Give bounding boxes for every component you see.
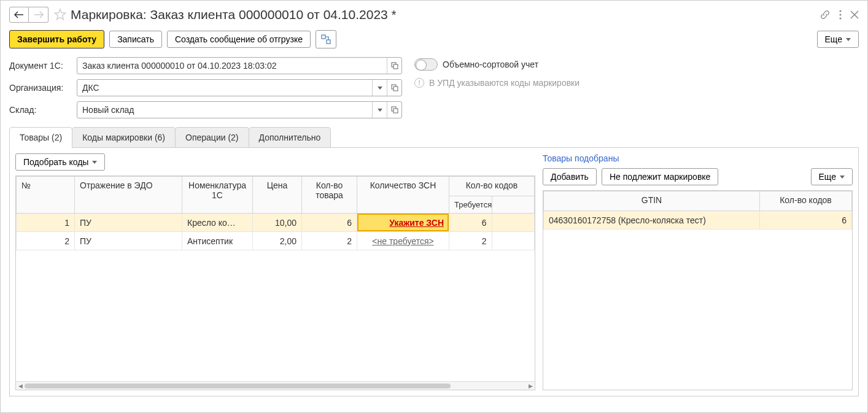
write-button[interactable]: Записать (109, 31, 162, 48)
th-gtin[interactable]: GTIN (544, 191, 760, 211)
table-row[interactable]: 2 ПУ Антисептик 2,00 2 <не требуется> 2 (17, 232, 535, 250)
kebab-menu-icon[interactable] (839, 10, 842, 20)
svg-rect-8 (393, 87, 398, 91)
org-open-icon[interactable] (387, 80, 401, 96)
th-codes[interactable]: Кол-во кодов (449, 177, 535, 196)
not-required-link[interactable]: <не требуется> (372, 236, 433, 246)
svg-rect-10 (393, 109, 398, 113)
org-value: ДКС (77, 83, 372, 93)
doc-field[interactable]: Заказ клиента 000000010 от 04.10.2023 18… (77, 57, 402, 74)
th-qty[interactable]: Кол-во товара (302, 177, 357, 214)
th-no[interactable]: № (17, 177, 75, 214)
link-icon[interactable] (820, 9, 831, 20)
cell-price: 10,00 (253, 214, 302, 232)
th-required[interactable]: Требуется (449, 196, 492, 214)
goods-table[interactable]: № Отражение в ЭДО Номенклатура 1С Цена К… (15, 176, 535, 390)
th-last[interactable] (492, 196, 535, 214)
cell-no: 2 (17, 232, 75, 250)
svg-point-0 (840, 10, 842, 12)
doc-open-icon[interactable] (387, 58, 401, 74)
sklad-field[interactable]: Новый склад (77, 101, 402, 118)
th-qty-codes[interactable]: Кол-во кодов (760, 191, 852, 211)
cell-nom: Антисептик (182, 232, 253, 250)
toggle-label: Объемно-сортовой учет (443, 60, 538, 69)
tab-marking-codes[interactable]: Коды маркировки (6) (72, 127, 176, 147)
pick-codes-button[interactable]: Подобрать коды (15, 153, 105, 171)
scroll-right-icon[interactable]: ▶ (526, 382, 535, 390)
cell-qty: 6 (302, 214, 357, 232)
more-button-top[interactable]: Еще (817, 31, 859, 48)
svg-rect-3 (322, 35, 325, 39)
page-title: Маркировка: Заказ клиента 000000010 от 0… (71, 7, 397, 22)
info-icon: ! (414, 78, 424, 88)
th-nom[interactable]: Номенклатура 1С (182, 177, 253, 214)
cell-last (492, 214, 535, 232)
cell-edo: ПУ (75, 214, 182, 232)
nav-back-button[interactable] (9, 7, 29, 23)
org-label: Организация: (9, 83, 77, 93)
sklad-value: Новый склад (77, 105, 372, 115)
svg-rect-6 (393, 64, 398, 69)
info-text: В УПД указываются коды маркировки (429, 78, 579, 88)
cell-req: 2 (449, 232, 492, 250)
th-price[interactable]: Цена (253, 177, 302, 214)
cell-price: 2,00 (253, 232, 302, 250)
doc-label: Документ 1С: (9, 61, 77, 71)
no-marking-button[interactable]: Не подлежит маркировке (602, 168, 719, 185)
cell-edo: ПУ (75, 232, 182, 250)
table-row[interactable]: 1 ПУ Кресло ко… 10,00 6 Укажите ЗСН 6 (17, 214, 535, 232)
cell-zsn[interactable]: <не требуется> (357, 232, 449, 250)
scroll-left-icon[interactable]: ◀ (16, 382, 25, 390)
gtin-table[interactable]: GTIN Кол-во кодов 04630160172758 (Кресло… (543, 190, 853, 390)
org-field[interactable]: ДКС (77, 79, 402, 96)
sklad-label: Склад: (9, 105, 77, 115)
cell-last (492, 232, 535, 250)
more-button-top-label: Еще (825, 34, 843, 44)
favorite-star-icon[interactable] (53, 8, 67, 21)
more-button-right[interactable]: Еще (811, 168, 853, 185)
cell-no: 1 (17, 214, 75, 232)
cell-gtin: 04630160172758 (Кресло-коляска тест) (544, 211, 760, 230)
org-dropdown-icon[interactable] (372, 80, 387, 96)
table-row[interactable]: 04630160172758 (Кресло-коляска тест) 6 (544, 211, 852, 230)
th-zsn[interactable]: Количество ЗСН (357, 177, 449, 214)
cell-qty: 2 (302, 232, 357, 250)
cell-req: 6 (449, 214, 492, 232)
add-button[interactable]: Добавить (543, 168, 597, 185)
close-icon[interactable] (850, 10, 859, 19)
cell-qty-codes: 6 (760, 211, 852, 230)
create-shipment-msg-button[interactable]: Создать сообщение об отгрузке (167, 31, 311, 48)
pick-codes-label: Подобрать коды (23, 157, 88, 167)
th-edo[interactable]: Отражение в ЭДО (75, 177, 182, 214)
tab-goods[interactable]: Товары (2) (9, 127, 72, 147)
finish-work-button[interactable]: Завершить работу (9, 30, 104, 48)
zsn-link[interactable]: Укажите ЗСН (389, 218, 444, 228)
tab-operations[interactable]: Операции (2) (175, 127, 249, 147)
tab-additional[interactable]: Дополнительно (249, 127, 331, 147)
h-scrollbar[interactable]: ◀ ▶ (16, 381, 535, 390)
sklad-open-icon[interactable] (387, 102, 401, 118)
nav-forward-button[interactable] (29, 7, 48, 23)
right-panel-title: Товары подобраны (543, 153, 853, 163)
more-button-right-label: Еще (819, 172, 837, 182)
svg-rect-4 (327, 40, 330, 44)
volume-sort-toggle[interactable] (414, 58, 438, 71)
cell-nom: Кресло ко… (182, 214, 253, 232)
sklad-dropdown-icon[interactable] (372, 102, 387, 118)
svg-point-1 (840, 14, 842, 16)
cell-zsn[interactable]: Укажите ЗСН (357, 214, 449, 232)
doc-value: Заказ клиента 000000010 от 04.10.2023 18… (77, 61, 387, 71)
svg-point-2 (840, 18, 842, 20)
structure-icon-button[interactable] (316, 30, 336, 48)
